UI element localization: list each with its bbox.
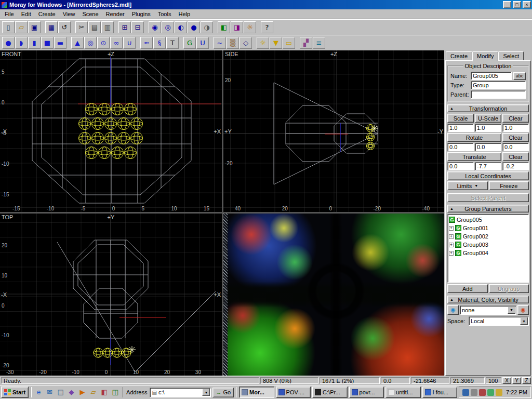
translate-x-input[interactable] [447,162,474,170]
address-combo[interactable]: ▤ c:\ ▼ [150,388,211,397]
menu-plugins[interactable]: Plugins [128,10,154,18]
paint-icon[interactable]: ◧ [99,388,109,397]
color-button[interactable]: ◉ [517,305,529,315]
grid-button[interactable]: ⊞ [118,21,131,33]
explorer-icon[interactable]: ◫ [110,388,120,397]
tab-select[interactable]: Select [498,51,524,60]
ungroup-button[interactable]: Ungroup [489,284,529,293]
axis-x-button[interactable]: X [502,377,511,384]
rotate-y-input[interactable] [475,143,501,151]
chevron-down-icon[interactable]: ▼ [520,317,528,325]
taskbar-task-6[interactable]: I fou... [422,387,457,398]
expand-icon[interactable]: + [449,234,454,239]
undo-button[interactable]: ↺ [58,21,71,33]
csg-union-tool[interactable]: U [196,37,209,49]
menu-file[interactable]: File [1,10,18,18]
ellipsoid-tool[interactable]: ◗ [15,37,28,49]
text-tool[interactable]: T [166,37,179,49]
copy-button[interactable]: ▤ [88,21,101,33]
internet-explorer-icon[interactable]: e [34,388,44,397]
rename-button[interactable]: abc [513,72,526,80]
viewport-front[interactable]: FRONT +Z -X +X 50-5-10-15 -15-10-5051015 [0,50,222,212]
taskbar-task-4[interactable]: povr... [349,387,384,398]
transformation-section-header[interactable]: ▲ Transformation [447,104,529,112]
translate-y-input[interactable] [475,162,501,170]
scale-x-input[interactable] [447,124,474,132]
sphere-tool[interactable]: ● [2,37,15,49]
tray-network-icon[interactable] [487,389,494,396]
close-button[interactable]: × [523,1,531,8]
tree-item-group002[interactable]: +GGroup002 [449,232,527,241]
go-button[interactable]: → Go [212,388,234,397]
lathe-tool[interactable]: § [153,37,166,49]
camera-tool[interactable]: ◇ [240,37,252,49]
plane-tool[interactable]: ▬ [54,37,66,49]
maximize-button[interactable]: □ [513,1,521,8]
menu-edit[interactable]: Edit [18,10,35,18]
taskbar-task-1[interactable]: Mor... [239,387,274,398]
view-quad-button[interactable]: ◑ [201,21,213,33]
channels-icon[interactable]: ◆ [66,388,76,397]
scale-clear-button[interactable]: Clear [502,114,529,123]
spot-light-tool[interactable]: ▼ [270,37,282,49]
menu-view[interactable]: View [59,10,79,18]
expand-icon[interactable]: + [449,251,454,256]
scale-z-input[interactable] [502,124,529,132]
sweep-tool[interactable]: ≈ [140,37,153,49]
bezier-tool[interactable]: ~ [214,37,226,49]
render-settings-button[interactable]: ▦ [45,21,58,33]
folder-icon[interactable]: ▱ [88,388,98,397]
plugin-tool[interactable]: ≡ [313,37,325,49]
chevron-down-icon[interactable]: ▼ [202,389,210,396]
limits-button[interactable]: Limits ▼ [447,181,488,190]
translate-clear-button[interactable]: Clear [502,152,529,161]
tree-item-group001[interactable]: +GGroup001 [449,224,527,232]
space-combo[interactable]: Local ▼ [469,316,529,326]
material-browser-button[interactable]: ◉ [447,305,459,315]
area-light-tool[interactable]: ▭ [283,37,295,49]
expand-icon[interactable]: + [449,243,454,247]
tab-create[interactable]: Create [446,51,472,60]
tray-volume-icon[interactable] [471,389,477,396]
csg-group-tool[interactable]: G [183,37,196,49]
viewport-side[interactable]: SIDE +Z +Y -Y 20-20 40200-20-40 [223,50,444,212]
snap-button[interactable]: ⊟ [131,21,144,33]
rotate-button[interactable]: Rotate [447,133,501,142]
media-player-icon[interactable]: ▶ [77,388,87,397]
view-camera-button[interactable]: ● [188,21,200,33]
axis-y-button[interactable]: Y [512,377,521,384]
outlook-express-icon[interactable]: ✉ [45,388,55,397]
menu-tools[interactable]: Tools [154,10,175,18]
view-top-button[interactable]: ◐ [175,21,187,33]
u-scale-button[interactable]: U-Scale [475,114,501,123]
tray-scheduler-icon[interactable] [479,389,486,396]
axis-z-button[interactable]: Z [522,377,531,384]
torus-tool[interactable]: ◎ [84,37,97,49]
rotate-x-input[interactable] [447,143,474,151]
minimize-button[interactable]: _ [503,1,511,8]
paste-button[interactable]: ▥ [101,21,114,33]
tree-item-group005[interactable]: GGroup005 [449,216,527,224]
point-light-tool[interactable]: ☼ [257,37,269,49]
texture-preview-button[interactable]: ◧ [218,21,230,33]
view-side-button[interactable]: ◎ [162,21,174,33]
chevron-down-icon[interactable]: ▼ [508,307,515,314]
select-parent-button[interactable]: Select Parent [447,193,529,202]
open-button[interactable]: ▱ [15,21,28,33]
new-button[interactable]: ▯ [2,21,15,33]
help-button[interactable]: ? [261,21,273,33]
heightfield-tool[interactable]: ▒ [227,37,239,49]
material-combo[interactable]: none ▼ [460,305,516,315]
group-tree[interactable]: GGroup005+GGroup001+GGroup002+GGroup003+… [447,214,529,283]
taskbar-task-5[interactable]: untitl... [385,387,420,398]
disc-tool[interactable]: ⊙ [97,37,110,49]
start-button[interactable]: Start [1,387,29,398]
menu-render[interactable]: Render [102,10,128,18]
menu-help[interactable]: Help [175,10,194,18]
tree-item-group004[interactable]: +GGroup004 [449,249,527,257]
sor-tool[interactable]: ∪ [123,37,136,49]
menu-scene[interactable]: Scene [78,10,102,18]
scale-button[interactable]: Scale [447,114,474,123]
cube-tool[interactable]: ■ [41,37,54,49]
cut-button[interactable]: ✂ [75,21,88,33]
